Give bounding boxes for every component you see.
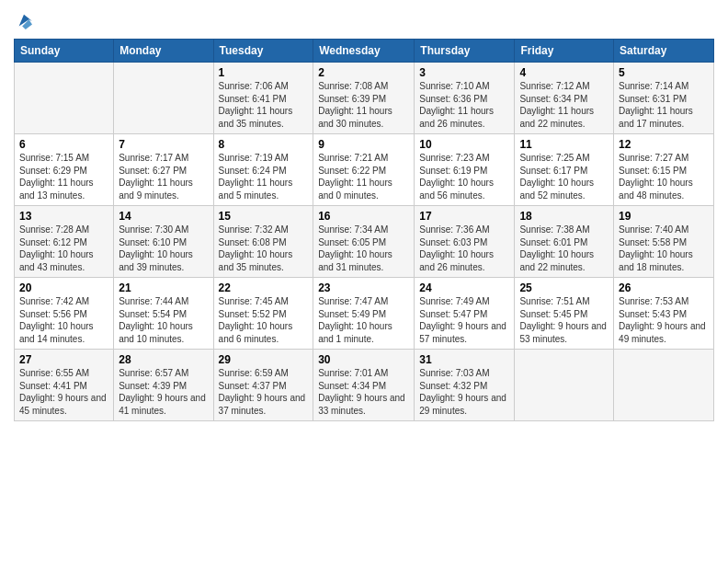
- calendar-cell: 8Sunrise: 7:19 AM Sunset: 6:24 PM Daylig…: [213, 134, 313, 206]
- day-number: 10: [419, 138, 509, 151]
- day-detail: Sunrise: 7:32 AM Sunset: 6:08 PM Dayligh…: [219, 224, 293, 272]
- calendar-cell: 27Sunrise: 6:55 AM Sunset: 4:41 PM Dayli…: [15, 350, 114, 421]
- calendar-cell: 6Sunrise: 7:15 AM Sunset: 6:29 PM Daylig…: [15, 134, 114, 206]
- day-number: 8: [219, 138, 309, 151]
- day-header-wednesday: Wednesday: [313, 40, 415, 63]
- calendar-cell: 16Sunrise: 7:34 AM Sunset: 6:05 PM Dayli…: [313, 206, 415, 278]
- day-number: 27: [19, 353, 108, 366]
- week-row-3: 13Sunrise: 7:28 AM Sunset: 6:12 PM Dayli…: [15, 206, 714, 278]
- calendar-cell: 1Sunrise: 7:06 AM Sunset: 6:41 PM Daylig…: [213, 63, 313, 134]
- week-row-2: 6Sunrise: 7:15 AM Sunset: 6:29 PM Daylig…: [15, 134, 714, 206]
- day-detail: Sunrise: 7:14 AM Sunset: 6:31 PM Dayligh…: [619, 81, 693, 129]
- calendar-cell: 28Sunrise: 6:57 AM Sunset: 4:39 PM Dayli…: [114, 350, 213, 421]
- day-detail: Sunrise: 7:08 AM Sunset: 6:39 PM Dayligh…: [318, 81, 392, 129]
- calendar-cell: 22Sunrise: 7:45 AM Sunset: 5:52 PM Dayli…: [213, 278, 313, 350]
- calendar-cell: 31Sunrise: 7:03 AM Sunset: 4:32 PM Dayli…: [415, 350, 515, 421]
- day-number: 30: [318, 353, 409, 366]
- day-detail: Sunrise: 7:49 AM Sunset: 5:47 PM Dayligh…: [419, 296, 506, 344]
- day-detail: Sunrise: 7:15 AM Sunset: 6:29 PM Dayligh…: [19, 153, 94, 201]
- day-number: 31: [419, 353, 509, 366]
- calendar-cell: 25Sunrise: 7:51 AM Sunset: 5:45 PM Dayli…: [515, 278, 614, 350]
- day-number: 19: [619, 210, 709, 223]
- day-number: 22: [219, 282, 309, 294]
- day-number: 13: [19, 210, 108, 223]
- day-number: 7: [119, 138, 208, 151]
- calendar-cell: 9Sunrise: 7:21 AM Sunset: 6:22 PM Daylig…: [313, 134, 415, 206]
- calendar-cell: 26Sunrise: 7:53 AM Sunset: 5:43 PM Dayli…: [614, 278, 714, 350]
- day-number: 12: [619, 138, 709, 151]
- day-number: 29: [219, 353, 309, 366]
- day-detail: Sunrise: 7:23 AM Sunset: 6:19 PM Dayligh…: [419, 153, 494, 201]
- calendar-cell: 17Sunrise: 7:36 AM Sunset: 6:03 PM Dayli…: [415, 206, 515, 278]
- day-detail: Sunrise: 7:21 AM Sunset: 6:22 PM Dayligh…: [318, 153, 392, 201]
- day-detail: Sunrise: 7:47 AM Sunset: 5:49 PM Dayligh…: [318, 296, 392, 344]
- day-number: 16: [318, 210, 409, 223]
- day-header-tuesday: Tuesday: [213, 40, 313, 63]
- day-detail: Sunrise: 7:40 AM Sunset: 5:58 PM Dayligh…: [619, 224, 693, 272]
- day-number: 2: [318, 66, 409, 79]
- calendar-cell: 29Sunrise: 6:59 AM Sunset: 4:37 PM Dayli…: [213, 350, 313, 421]
- day-detail: Sunrise: 6:57 AM Sunset: 4:39 PM Dayligh…: [119, 368, 206, 416]
- day-number: 20: [19, 282, 108, 294]
- day-detail: Sunrise: 7:34 AM Sunset: 6:05 PM Dayligh…: [318, 224, 392, 272]
- calendar-cell: 13Sunrise: 7:28 AM Sunset: 6:12 PM Dayli…: [15, 206, 114, 278]
- day-detail: Sunrise: 6:59 AM Sunset: 4:37 PM Dayligh…: [219, 368, 306, 416]
- header-row: SundayMondayTuesdayWednesdayThursdayFrid…: [15, 40, 714, 63]
- day-header-monday: Monday: [114, 40, 213, 63]
- calendar-cell: [515, 350, 614, 421]
- calendar-cell: 7Sunrise: 7:17 AM Sunset: 6:27 PM Daylig…: [114, 134, 213, 206]
- day-number: 11: [519, 138, 609, 151]
- day-detail: Sunrise: 7:19 AM Sunset: 6:24 PM Dayligh…: [219, 153, 293, 201]
- day-detail: Sunrise: 7:27 AM Sunset: 6:15 PM Dayligh…: [619, 153, 693, 201]
- logo: [14, 13, 32, 33]
- calendar-table: SundayMondayTuesdayWednesdayThursdayFrid…: [14, 39, 714, 421]
- calendar-cell: 23Sunrise: 7:47 AM Sunset: 5:49 PM Dayli…: [313, 278, 415, 350]
- day-header-friday: Friday: [515, 40, 614, 63]
- calendar-cell: [114, 63, 213, 134]
- day-detail: Sunrise: 7:38 AM Sunset: 6:01 PM Dayligh…: [519, 224, 594, 272]
- calendar-cell: 20Sunrise: 7:42 AM Sunset: 5:56 PM Dayli…: [15, 278, 114, 350]
- calendar-cell: 12Sunrise: 7:27 AM Sunset: 6:15 PM Dayli…: [614, 134, 714, 206]
- calendar-cell: 24Sunrise: 7:49 AM Sunset: 5:47 PM Dayli…: [415, 278, 515, 350]
- day-header-sunday: Sunday: [15, 40, 114, 63]
- calendar-cell: [614, 350, 714, 421]
- day-detail: Sunrise: 7:36 AM Sunset: 6:03 PM Dayligh…: [419, 224, 494, 272]
- day-number: 18: [519, 210, 609, 223]
- header: [14, 9, 714, 33]
- calendar-cell: 19Sunrise: 7:40 AM Sunset: 5:58 PM Dayli…: [614, 206, 714, 278]
- day-header-saturday: Saturday: [614, 40, 714, 63]
- calendar-cell: 4Sunrise: 7:12 AM Sunset: 6:34 PM Daylig…: [515, 63, 614, 134]
- day-header-thursday: Thursday: [415, 40, 515, 63]
- day-number: 25: [519, 282, 609, 294]
- calendar-cell: 21Sunrise: 7:44 AM Sunset: 5:54 PM Dayli…: [114, 278, 213, 350]
- week-row-1: 1Sunrise: 7:06 AM Sunset: 6:41 PM Daylig…: [15, 63, 714, 134]
- day-number: 5: [619, 66, 709, 79]
- calendar-cell: 30Sunrise: 7:01 AM Sunset: 4:34 PM Dayli…: [313, 350, 415, 421]
- day-number: 23: [318, 282, 409, 294]
- day-detail: Sunrise: 7:30 AM Sunset: 6:10 PM Dayligh…: [119, 224, 193, 272]
- day-number: 21: [119, 282, 208, 294]
- day-detail: Sunrise: 7:10 AM Sunset: 6:36 PM Dayligh…: [419, 81, 494, 129]
- day-number: 1: [219, 66, 309, 79]
- day-number: 28: [119, 353, 208, 366]
- day-detail: Sunrise: 7:03 AM Sunset: 4:32 PM Dayligh…: [419, 368, 506, 416]
- day-number: 14: [119, 210, 208, 223]
- day-number: 24: [419, 282, 509, 294]
- week-row-5: 27Sunrise: 6:55 AM Sunset: 4:41 PM Dayli…: [15, 350, 714, 421]
- day-number: 17: [419, 210, 509, 223]
- calendar-cell: 11Sunrise: 7:25 AM Sunset: 6:17 PM Dayli…: [515, 134, 614, 206]
- calendar-cell: 3Sunrise: 7:10 AM Sunset: 6:36 PM Daylig…: [415, 63, 515, 134]
- calendar-cell: 15Sunrise: 7:32 AM Sunset: 6:08 PM Dayli…: [213, 206, 313, 278]
- day-detail: Sunrise: 6:55 AM Sunset: 4:41 PM Dayligh…: [19, 368, 107, 416]
- calendar-cell: [15, 63, 114, 134]
- day-number: 6: [19, 138, 108, 151]
- calendar-cell: 14Sunrise: 7:30 AM Sunset: 6:10 PM Dayli…: [114, 206, 213, 278]
- day-number: 9: [318, 138, 409, 151]
- day-detail: Sunrise: 7:28 AM Sunset: 6:12 PM Dayligh…: [19, 224, 94, 272]
- day-number: 4: [519, 66, 609, 79]
- day-detail: Sunrise: 7:12 AM Sunset: 6:34 PM Dayligh…: [519, 81, 594, 129]
- day-detail: Sunrise: 7:53 AM Sunset: 5:43 PM Dayligh…: [619, 296, 706, 344]
- day-detail: Sunrise: 7:42 AM Sunset: 5:56 PM Dayligh…: [19, 296, 94, 344]
- logo-icon: [16, 13, 32, 29]
- calendar-cell: 10Sunrise: 7:23 AM Sunset: 6:19 PM Dayli…: [415, 134, 515, 206]
